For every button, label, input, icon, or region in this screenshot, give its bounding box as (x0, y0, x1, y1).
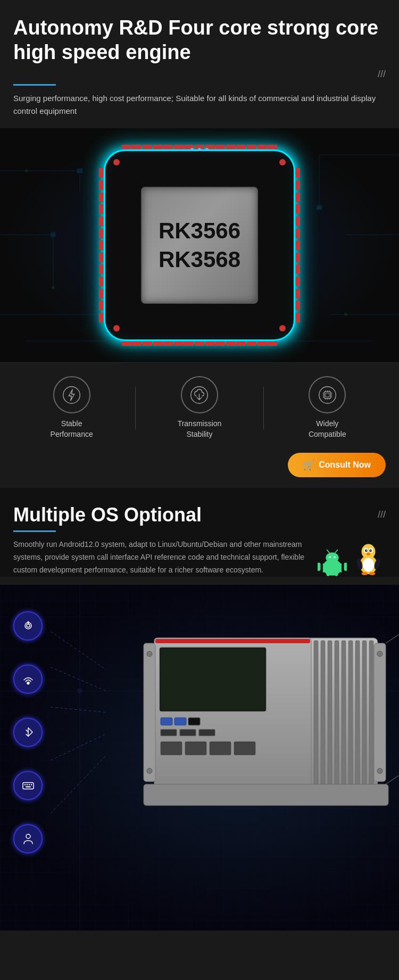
consult-now-button[interactable]: 🛒 Consult Now (288, 453, 386, 477)
svg-point-55 (370, 550, 371, 551)
svg-rect-89 (155, 639, 310, 643)
pin (296, 229, 300, 238)
pin (99, 193, 103, 202)
widely-compatible-icon (318, 386, 337, 404)
os-description: Smoothly run Android12.0 system, adapt t… (13, 538, 312, 576)
pin (99, 289, 103, 298)
pin (99, 168, 103, 178)
svg-point-65 (77, 688, 82, 694)
svg-point-77 (26, 834, 30, 838)
pin (174, 145, 184, 149)
svg-line-42 (335, 550, 337, 553)
pin (205, 342, 215, 346)
pin (296, 264, 300, 274)
pin (143, 145, 152, 149)
float-icon-keyboard (13, 771, 43, 800)
svg-rect-96 (180, 729, 196, 736)
svg-point-49 (362, 544, 376, 559)
pin (296, 240, 300, 250)
pin (296, 313, 300, 322)
feature-widely-compatible: Widely Compatible (264, 376, 391, 439)
svg-point-59 (369, 572, 376, 575)
pin (268, 145, 277, 149)
pin (296, 289, 300, 298)
keyboard-icon (21, 778, 36, 793)
pin (296, 301, 300, 310)
pin (296, 217, 300, 226)
device-container (0, 585, 399, 931)
feature-transmission-stability: Transmission Stability (136, 376, 263, 439)
pin (247, 145, 256, 149)
svg-rect-37 (323, 563, 342, 572)
svg-point-107 (377, 768, 383, 774)
pin (153, 145, 163, 149)
svg-point-56 (367, 553, 370, 555)
pin (122, 145, 131, 149)
os-icons-container (318, 542, 386, 577)
transmission-stability-icon (190, 386, 209, 404)
pin (163, 145, 173, 149)
svg-point-17 (344, 313, 347, 316)
camera-icon (21, 618, 36, 633)
subtitle-text: Surging performance, high cost performan… (13, 92, 386, 118)
svg-rect-108 (144, 784, 388, 805)
pin (99, 313, 103, 322)
svg-rect-71 (23, 783, 34, 789)
svg-point-40 (334, 556, 335, 558)
svg-rect-98 (161, 742, 182, 755)
svg-rect-91 (161, 649, 265, 710)
svg-rect-45 (327, 571, 330, 576)
svg-rect-80 (321, 641, 325, 784)
stable-performance-icon (62, 386, 81, 404)
os-logos-row: Smoothly run Android12.0 system, adapt t… (13, 538, 386, 576)
os-section-content: Smoothly run Android12.0 system, adapt t… (13, 538, 386, 576)
svg-point-38 (326, 552, 338, 563)
pin (296, 193, 300, 202)
pin (174, 342, 184, 346)
svg-line-110 (386, 774, 399, 784)
pin (296, 180, 300, 190)
svg-point-58 (362, 572, 368, 575)
float-icon-wifi (13, 665, 43, 694)
linux-icon (351, 542, 386, 577)
indicator-dot (205, 148, 209, 151)
wifi-icon (21, 671, 36, 686)
pin (296, 204, 300, 214)
svg-point-16 (318, 206, 321, 210)
svg-point-106 (377, 651, 383, 657)
pin (122, 342, 131, 346)
industrial-pc-svg (112, 627, 399, 824)
svg-rect-102 (144, 643, 155, 782)
svg-point-68 (27, 624, 30, 627)
widely-compatible-label: Widely Compatible (309, 419, 346, 439)
svg-point-15 (52, 286, 55, 289)
android-icon (318, 547, 347, 577)
person-icon (21, 831, 36, 846)
svg-rect-44 (344, 562, 347, 570)
pin (257, 342, 267, 346)
pin (247, 342, 256, 346)
pin (257, 145, 267, 149)
svg-rect-100 (210, 742, 231, 755)
svg-point-39 (329, 556, 330, 558)
os-section: Multiple OS Optional /// Smoothly run An… (0, 488, 399, 576)
svg-rect-93 (174, 718, 186, 725)
pins-bottom (121, 342, 278, 346)
svg-rect-86 (362, 641, 367, 784)
pin (143, 342, 152, 346)
svg-rect-22 (324, 392, 330, 398)
chip-image-container: RK3566 RK3568 (0, 128, 399, 362)
pin (236, 342, 246, 346)
blue-accent-line (13, 84, 56, 86)
float-icon-bluetooth (13, 718, 43, 747)
os-blue-accent-line (13, 530, 56, 532)
svg-point-57 (364, 558, 373, 569)
os-decorative: /// (378, 504, 386, 520)
pin (226, 145, 236, 149)
pin (132, 342, 142, 346)
pin (99, 264, 103, 274)
svg-line-109 (386, 633, 399, 643)
svg-rect-99 (185, 742, 206, 755)
stable-performance-label: Stable Performance (51, 419, 93, 439)
svg-point-21 (319, 386, 336, 403)
